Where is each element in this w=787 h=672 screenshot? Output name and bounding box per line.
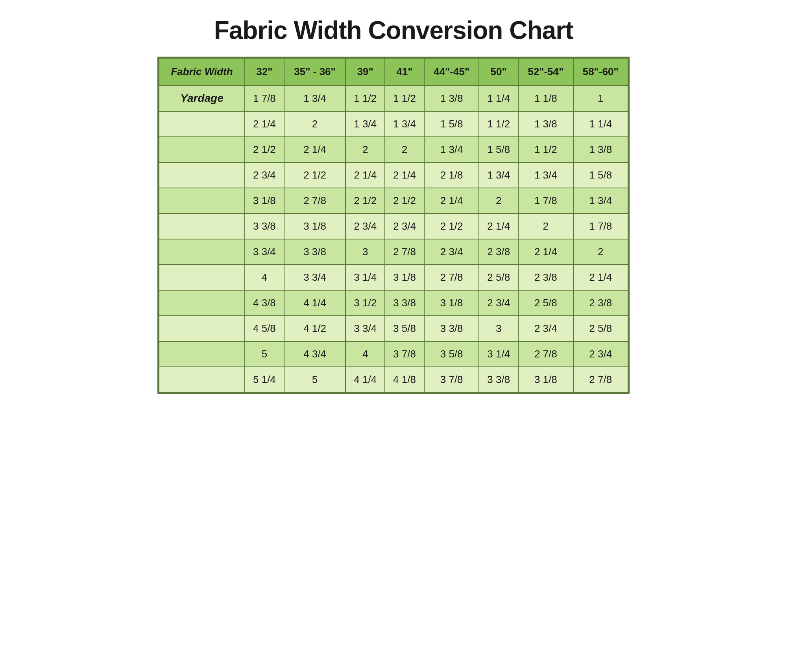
cell-r5-c3: 2 3/4 (385, 214, 424, 239)
table-row: 3 1/82 7/82 1/22 1/22 1/421 7/81 3/4 (159, 188, 628, 214)
width-header-1: 32" (245, 58, 284, 85)
cell-r5-c6: 2 (518, 214, 573, 239)
cell-r2-c6: 1 1/2 (518, 137, 573, 162)
cell-r3-c7: 1 5/8 (573, 162, 628, 188)
cell-r2-c1: 2 1/4 (284, 137, 346, 162)
cell-r1-c2: 1 3/4 (345, 111, 385, 137)
cell-r11-c6: 3 1/8 (518, 367, 573, 392)
cell-r8-c4: 3 1/8 (424, 290, 479, 316)
yardage-label-cell (159, 137, 245, 162)
width-header-2: 35" - 36" (284, 58, 346, 85)
cell-r2-c3: 2 (385, 137, 424, 162)
cell-r6-c0: 3 3/4 (245, 239, 284, 265)
cell-r0-c2: 1 1/2 (345, 85, 385, 111)
cell-r10-c5: 3 1/4 (479, 341, 518, 367)
width-header-3: 39" (345, 58, 385, 85)
cell-r2-c4: 1 3/4 (424, 137, 479, 162)
cell-r4-c6: 1 7/8 (518, 188, 573, 214)
width-header-4: 41" (385, 58, 424, 85)
cell-r11-c1: 5 (284, 367, 346, 392)
cell-r7-c6: 2 3/8 (518, 265, 573, 290)
cell-r1-c7: 1 1/4 (573, 111, 628, 137)
table-row: 2 1/22 1/4221 3/41 5/81 1/21 3/8 (159, 137, 628, 162)
cell-r8-c6: 2 5/8 (518, 290, 573, 316)
cell-r1-c5: 1 1/2 (479, 111, 518, 137)
yardage-label-cell (159, 265, 245, 290)
cell-r5-c1: 3 1/8 (284, 214, 346, 239)
cell-r2-c2: 2 (345, 137, 385, 162)
cell-r2-c5: 1 5/8 (479, 137, 518, 162)
cell-r6-c1: 3 3/8 (284, 239, 346, 265)
cell-r10-c3: 3 7/8 (385, 341, 424, 367)
cell-r9-c6: 2 3/4 (518, 316, 573, 341)
yardage-label-cell (159, 239, 245, 265)
page-container: Fabric Width Conversion Chart Fabric Wid… (157, 16, 630, 394)
cell-r11-c3: 4 1/8 (385, 367, 424, 392)
cell-r7-c3: 3 1/8 (385, 265, 424, 290)
cell-r5-c0: 3 3/8 (245, 214, 284, 239)
cell-r7-c0: 4 (245, 265, 284, 290)
cell-r7-c5: 2 5/8 (479, 265, 518, 290)
cell-r9-c7: 2 5/8 (573, 316, 628, 341)
table-header-row: Fabric Width32"35" - 36"39"41"44"-45"50"… (159, 58, 628, 85)
cell-r1-c6: 1 3/8 (518, 111, 573, 137)
yardage-label-cell (159, 341, 245, 367)
table-wrapper: Fabric Width32"35" - 36"39"41"44"-45"50"… (157, 57, 630, 394)
table-row: 4 5/84 1/23 3/43 5/83 3/832 3/42 5/8 (159, 316, 628, 341)
fabric-width-header: Fabric Width (159, 58, 245, 85)
width-header-6: 50" (479, 58, 518, 85)
cell-r9-c3: 3 5/8 (385, 316, 424, 341)
cell-r5-c2: 2 3/4 (345, 214, 385, 239)
yardage-label-cell (159, 316, 245, 341)
yardage-label-cell (159, 162, 245, 188)
table-row: 5 1/454 1/44 1/83 7/83 3/83 1/82 7/8 (159, 367, 628, 392)
cell-r9-c5: 3 (479, 316, 518, 341)
cell-r9-c2: 3 3/4 (345, 316, 385, 341)
table-row: 3 3/43 3/832 7/82 3/42 3/82 1/42 (159, 239, 628, 265)
cell-r3-c2: 2 1/4 (345, 162, 385, 188)
cell-r11-c7: 2 7/8 (573, 367, 628, 392)
cell-r1-c1: 2 (284, 111, 346, 137)
yardage-label-cell (159, 188, 245, 214)
cell-r10-c0: 5 (245, 341, 284, 367)
cell-r6-c4: 2 3/4 (424, 239, 479, 265)
table-row: Yardage1 7/81 3/41 1/21 1/21 3/81 1/41 1… (159, 85, 628, 111)
cell-r1-c0: 2 1/4 (245, 111, 284, 137)
cell-r8-c0: 4 3/8 (245, 290, 284, 316)
cell-r8-c5: 2 3/4 (479, 290, 518, 316)
cell-r9-c4: 3 3/8 (424, 316, 479, 341)
cell-r11-c4: 3 7/8 (424, 367, 479, 392)
width-header-5: 44"-45" (424, 58, 479, 85)
cell-r6-c5: 2 3/8 (479, 239, 518, 265)
cell-r4-c2: 2 1/2 (345, 188, 385, 214)
yardage-label-cell (159, 111, 245, 137)
cell-r4-c0: 3 1/8 (245, 188, 284, 214)
cell-r7-c2: 3 1/4 (345, 265, 385, 290)
cell-r1-c3: 1 3/4 (385, 111, 424, 137)
cell-r1-c4: 1 5/8 (424, 111, 479, 137)
cell-r10-c6: 2 7/8 (518, 341, 573, 367)
cell-r8-c1: 4 1/4 (284, 290, 346, 316)
cell-r6-c7: 2 (573, 239, 628, 265)
cell-r5-c4: 2 1/2 (424, 214, 479, 239)
cell-r11-c5: 3 3/8 (479, 367, 518, 392)
cell-r5-c7: 1 7/8 (573, 214, 628, 239)
cell-r4-c3: 2 1/2 (385, 188, 424, 214)
yardage-label-cell: Yardage (159, 85, 245, 111)
width-header-8: 58"-60" (573, 58, 628, 85)
table-row: 2 3/42 1/22 1/42 1/42 1/81 3/41 3/41 5/8 (159, 162, 628, 188)
cell-r3-c6: 1 3/4 (518, 162, 573, 188)
cell-r0-c7: 1 (573, 85, 628, 111)
table-row: 54 3/443 7/83 5/83 1/42 7/82 3/4 (159, 341, 628, 367)
cell-r3-c0: 2 3/4 (245, 162, 284, 188)
cell-r4-c4: 2 1/4 (424, 188, 479, 214)
conversion-table: Fabric Width32"35" - 36"39"41"44"-45"50"… (159, 58, 628, 393)
table-row: 4 3/84 1/43 1/23 3/83 1/82 3/42 5/82 3/8 (159, 290, 628, 316)
cell-r3-c5: 1 3/4 (479, 162, 518, 188)
cell-r6-c3: 2 7/8 (385, 239, 424, 265)
cell-r9-c1: 4 1/2 (284, 316, 346, 341)
cell-r10-c1: 4 3/4 (284, 341, 346, 367)
cell-r0-c1: 1 3/4 (284, 85, 346, 111)
cell-r8-c3: 3 3/8 (385, 290, 424, 316)
cell-r10-c2: 4 (345, 341, 385, 367)
